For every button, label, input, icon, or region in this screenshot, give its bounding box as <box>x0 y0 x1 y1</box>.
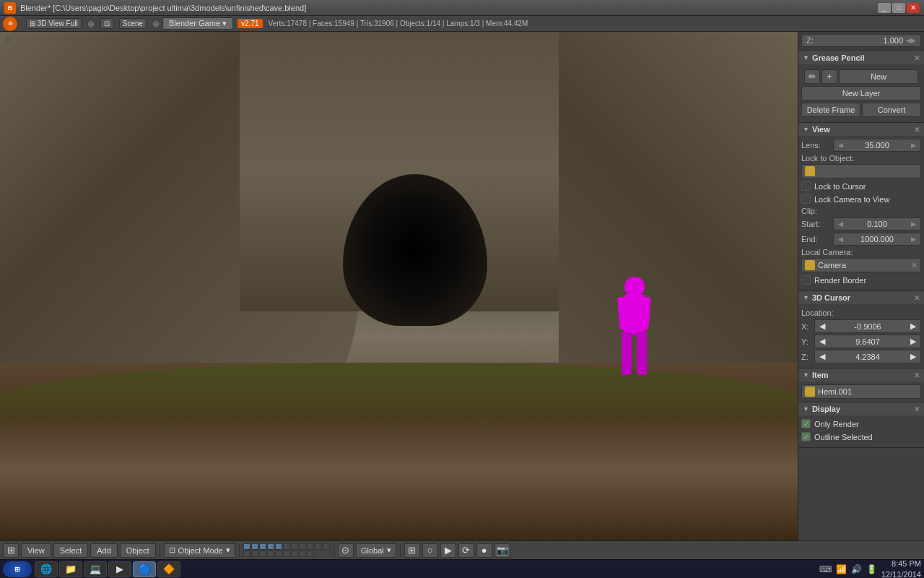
cursor-z-field[interactable]: ◀ 4.2384 ▶ <box>814 350 921 363</box>
global-label: Global <box>361 546 384 555</box>
item-value: Hemi.001 <box>818 387 852 396</box>
character-head <box>624 277 645 297</box>
only-render-checkbox[interactable] <box>801 419 811 428</box>
cursor-3d-header[interactable]: ▼ 3D Cursor ✕ <box>798 291 924 304</box>
layer-btn-7[interactable] <box>291 543 298 550</box>
render-border-checkbox[interactable] <box>801 275 811 285</box>
z-field[interactable]: Z: 1.000 ◀▶ <box>801 34 921 47</box>
lock-cursor-checkbox[interactable] <box>801 181 811 191</box>
cursor-x-value: -0.9006 <box>854 322 881 331</box>
prop-edit-btn[interactable]: ○ <box>422 543 438 558</box>
new-layer-button[interactable]: New Layer <box>801 86 921 100</box>
layer-btn-16[interactable] <box>275 551 282 557</box>
camera-value: Camera <box>818 261 846 269</box>
render-border-row: Render Border <box>801 275 921 285</box>
cursor-y-field[interactable]: ◀ 9.6407 ▶ <box>814 335 921 348</box>
taskbar-chrome[interactable]: 🔵 <box>133 561 156 577</box>
item-header[interactable]: ▼ Item ✕ <box>798 368 924 381</box>
maximize-button[interactable]: □ <box>892 3 905 13</box>
pivot-btn[interactable]: ⊙ <box>338 543 354 558</box>
layer-btn-4[interactable] <box>267 543 274 550</box>
transform-orientation[interactable]: Global ▾ <box>356 543 396 558</box>
separator-1 <box>160 544 160 557</box>
taskbar-computer[interactable]: 💻 <box>84 561 107 577</box>
camera-clear-button[interactable]: ✕ <box>911 261 918 270</box>
delete-frame-button[interactable]: Delete Frame <box>801 103 860 117</box>
layer-btn-3[interactable] <box>259 543 266 550</box>
battery-icon: 🔋 <box>866 564 877 574</box>
lock-object-field[interactable] <box>801 164 921 178</box>
display-label: Display <box>812 405 840 413</box>
layer-btn-2[interactable] <box>251 543 258 550</box>
object-menu-button[interactable]: Object <box>120 543 156 558</box>
layer-btn-5[interactable] <box>275 543 282 550</box>
display-header[interactable]: ▼ Display ✕ <box>798 402 924 415</box>
cursor-close[interactable]: ✕ <box>914 294 920 302</box>
window-controls[interactable]: _ □ ✕ <box>878 3 920 13</box>
taskbar-blender[interactable]: 🔶 <box>157 561 180 577</box>
section-close[interactable]: ✕ <box>914 54 920 62</box>
mode-selector[interactable]: ⊡ Object Mode ▾ <box>164 543 235 558</box>
view-menu-button[interactable]: View <box>21 543 51 558</box>
rock-right <box>559 32 798 413</box>
system-clock[interactable]: 8:45 PM 12/11/2014 <box>881 558 921 578</box>
scene-selector[interactable]: Scene <box>119 18 147 29</box>
layer-btn-10[interactable] <box>315 543 322 550</box>
start-button[interactable]: ⊞ <box>3 561 32 577</box>
layer-btn-17[interactable] <box>283 551 290 557</box>
local-camera-label: Local Camera: <box>801 248 921 256</box>
taskbar-explorer[interactable]: 📁 <box>59 561 82 577</box>
view-close[interactable]: ✕ <box>914 126 920 134</box>
anim-btn[interactable]: ▶ <box>440 543 456 558</box>
view-header[interactable]: ▼ View ✕ <box>798 123 924 136</box>
sync-btn[interactable]: ⟳ <box>458 543 474 558</box>
layer-buttons[interactable] <box>243 543 330 557</box>
grease-pencil-header[interactable]: ▼ Grease Pencil ✕ <box>798 51 924 64</box>
layer-btn-15[interactable] <box>267 551 274 557</box>
engine-selector[interactable]: Blender Game ▾ <box>162 17 233 30</box>
layer-btn-12[interactable] <box>243 551 250 557</box>
minimize-button[interactable]: _ <box>878 3 891 13</box>
camera-field[interactable]: Camera ✕ <box>801 258 921 272</box>
gp-new-button[interactable]: New <box>839 69 918 84</box>
layer-btn-19[interactable] <box>299 551 306 557</box>
viewport-3d[interactable] <box>0 32 798 540</box>
close-button[interactable]: ✕ <box>907 3 920 13</box>
outline-selected-row: Outline Selected <box>801 431 921 442</box>
select-menu-button[interactable]: Select <box>53 543 89 558</box>
item-close[interactable]: ✕ <box>914 371 920 379</box>
viewport-icon-btn[interactable]: ⊞ <box>3 543 19 558</box>
render-btn[interactable]: 📷 <box>494 543 510 558</box>
view-mode-icon[interactable]: ⊡ <box>100 18 113 29</box>
layer-btn-9[interactable] <box>307 543 314 550</box>
record-btn[interactable]: ● <box>476 543 492 558</box>
viewport-corner-dot <box>6 38 10 42</box>
lens-field[interactable]: ◀ 35.000 ▶ <box>833 139 921 152</box>
outline-selected-checkbox[interactable] <box>801 432 811 441</box>
cursor-x-field[interactable]: ◀ -0.9006 ▶ <box>814 319 921 333</box>
lock-camera-checkbox[interactable] <box>801 194 811 204</box>
layer-btn-14[interactable] <box>259 551 266 557</box>
grid-snap-btn[interactable]: ⊞ <box>404 543 420 558</box>
layer-btn-6[interactable] <box>283 543 290 550</box>
local-camera-row: Local Camera: Camera ✕ <box>801 248 921 272</box>
layer-btn-20[interactable] <box>307 551 314 557</box>
mode-icon: ⊡ <box>169 545 175 555</box>
item-field[interactable]: Hemi.001 <box>801 384 921 399</box>
viewport-type-selector[interactable]: ⊞ 3D View Full <box>26 18 82 29</box>
taskbar-media[interactable]: ▶ <box>108 561 131 577</box>
clip-start-field[interactable]: ◀ 0.100 ▶ <box>833 217 921 230</box>
layer-btn-18[interactable] <box>291 551 298 557</box>
layer-btn-1[interactable] <box>243 543 250 550</box>
convert-button[interactable]: Convert <box>862 103 921 117</box>
add-menu-button[interactable]: Add <box>90 543 118 558</box>
layer-btn-11[interactable] <box>323 543 330 550</box>
clip-end-field[interactable]: ◀ 1000.000 ▶ <box>833 233 921 246</box>
gp-plus-icon[interactable]: + <box>821 69 837 84</box>
layer-btn-13[interactable] <box>251 551 258 557</box>
taskbar-ie[interactable]: 🌐 <box>35 561 58 577</box>
gp-pencil-icon[interactable]: ✏ <box>804 69 820 84</box>
bottom-toolbar: ⊞ View Select Add Object ⊡ Object Mode ▾… <box>0 540 924 559</box>
display-close[interactable]: ✕ <box>914 405 920 413</box>
layer-btn-8[interactable] <box>299 543 306 550</box>
